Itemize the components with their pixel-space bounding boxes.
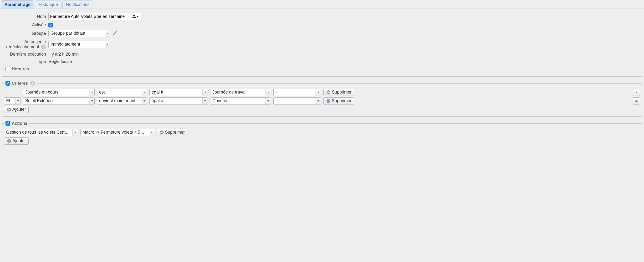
critere-col4-value: Couché xyxy=(210,98,266,104)
groupe-select[interactable]: Groupe par défaut xyxy=(48,30,110,37)
criteres-checkbox[interactable]: ✓ xyxy=(6,81,10,86)
person-icon xyxy=(132,14,136,19)
move-up-button[interactable] xyxy=(633,97,640,105)
chevron-down-icon xyxy=(204,92,206,93)
critere-col1-select[interactable]: Journée en cours xyxy=(23,89,94,96)
supprimer-button[interactable]: Supprimer xyxy=(324,89,354,96)
critere-op-select[interactable]: Et xyxy=(4,97,21,105)
action-macro-value: Macro -> Fermeture volets + 55mn xyxy=(80,129,149,136)
chevron-down-icon xyxy=(74,132,76,133)
actions-checkbox[interactable]: ✓ xyxy=(6,121,10,126)
supprimer-label: Supprimer xyxy=(332,90,352,95)
critere-col1-select[interactable]: Soleil Extérieur xyxy=(23,97,94,105)
groupe-value: Groupe par défaut xyxy=(48,30,105,37)
critere-op-value: Et xyxy=(4,98,15,104)
svg-marker-5 xyxy=(635,100,638,102)
supprimer-label: Supprimer xyxy=(332,98,352,103)
minus-circle-icon xyxy=(159,130,164,135)
tab-parametrage[interactable]: Paramétrage xyxy=(1,1,34,9)
tab-notifications-label: Notifications xyxy=(66,2,90,7)
autoriser-value: Immédiatement xyxy=(48,41,105,48)
help-icon[interactable]: ? xyxy=(30,81,35,86)
critere-col3-value: égal à xyxy=(150,89,202,96)
chevron-down-icon xyxy=(267,92,270,93)
svg-marker-2 xyxy=(635,92,638,93)
nom-input[interactable] xyxy=(48,13,141,20)
svg-rect-10 xyxy=(160,132,163,133)
tab-parametrage-label: Paramétrage xyxy=(4,2,30,7)
autoriser-label-line2: redéclenchement xyxy=(6,44,39,49)
move-down-button[interactable] xyxy=(633,89,640,96)
action-target-select[interactable]: Gestion de tous les volets Centralis xyxy=(4,129,78,136)
derniere-exec-label: Dernière exécution xyxy=(2,52,48,57)
critere-col2-select[interactable]: est xyxy=(97,89,147,96)
chevron-down-icon xyxy=(91,100,93,102)
groupe-label: Groupe xyxy=(2,31,48,36)
pencil-icon xyxy=(113,31,118,35)
svg-rect-1 xyxy=(327,92,330,93)
horaires-checkbox[interactable] xyxy=(6,67,10,71)
supprimer-action-button[interactable]: Supprimer xyxy=(156,129,187,136)
chevron-down-icon xyxy=(317,92,320,93)
supprimer-label: Supprimer xyxy=(165,130,185,135)
criteres-title: Critères xyxy=(12,81,28,86)
chevron-down-icon xyxy=(106,44,109,45)
critere-col1-value: Journée en cours xyxy=(23,89,89,96)
help-icon[interactable]: ? xyxy=(41,45,46,49)
chevron-down-icon xyxy=(106,33,109,34)
chevron-down-icon xyxy=(143,92,146,93)
critere-col3-select[interactable]: égal à xyxy=(150,97,208,105)
actions-title: Actions xyxy=(12,121,28,126)
chevron-down-icon xyxy=(150,132,153,133)
critere-col2-value: devient maintenant xyxy=(97,98,142,104)
triangle-up-icon xyxy=(635,99,638,103)
horaires-legend: Horaires xyxy=(4,67,30,72)
user-picker-button[interactable] xyxy=(130,14,140,19)
tab-historique[interactable]: Historique xyxy=(35,1,62,9)
autoriser-select[interactable]: Immédiatement xyxy=(48,41,110,48)
ajouter-label: Ajouter xyxy=(12,107,26,112)
plus-circle-icon xyxy=(7,139,12,143)
critere-col5-value: - xyxy=(274,89,316,96)
critere-col5-select[interactable]: - xyxy=(274,89,321,96)
chevron-down-icon xyxy=(143,100,146,102)
chevron-down-icon xyxy=(267,100,270,102)
critere-col4-select[interactable]: Couché xyxy=(210,97,271,105)
critere-col5-value: - xyxy=(274,98,316,104)
svg-rect-4 xyxy=(327,100,330,101)
critere-col3-value: égal à xyxy=(150,98,202,104)
type-label: Type xyxy=(2,59,48,64)
critere-col2-select[interactable]: devient maintenant xyxy=(97,97,147,105)
autoriser-label: Autoriser le redéclenchement ? xyxy=(2,39,48,49)
chevron-down-icon xyxy=(136,16,139,17)
critere-row: Et Soleil Extérieur devient maintenant é… xyxy=(4,97,640,105)
svg-rect-8 xyxy=(8,109,10,110)
edit-groupe-button[interactable] xyxy=(112,30,118,37)
critere-col4-select[interactable]: Journée de travail xyxy=(210,89,271,96)
criteres-legend: ✓ Critères ? xyxy=(4,81,36,86)
criteres-section: ✓ Critères ? Journée en cours est égal à… xyxy=(2,81,642,117)
horaires-section: Horaires xyxy=(2,67,642,77)
tab-notifications[interactable]: Notifications xyxy=(62,1,93,9)
actions-legend: ✓ Actions xyxy=(4,121,29,126)
critere-col4-value: Journée de travail xyxy=(210,89,266,96)
action-macro-select[interactable]: Macro -> Fermeture volets + 55mn xyxy=(80,129,154,136)
critere-col2-value: est xyxy=(97,89,142,96)
critere-col3-select[interactable]: égal à xyxy=(150,89,208,96)
nom-label: Nom xyxy=(2,14,48,19)
chevron-down-icon xyxy=(204,100,206,102)
minus-circle-icon xyxy=(326,99,331,103)
triangle-down-icon xyxy=(635,91,638,94)
chevron-down-icon xyxy=(91,92,93,93)
action-target-value: Gestion de tous les volets Centralis xyxy=(4,129,72,136)
tab-historique-label: Historique xyxy=(38,2,58,7)
supprimer-button[interactable]: Supprimer xyxy=(324,97,354,105)
activee-checkbox[interactable]: ✓ xyxy=(48,23,53,28)
critere-col5-select[interactable]: - xyxy=(274,97,321,105)
actions-section: ✓ Actions Gestion de tous les volets Cen… xyxy=(2,121,642,148)
critere-col1-value: Soleil Extérieur xyxy=(23,98,89,104)
ajouter-action-button[interactable]: Ajouter xyxy=(4,137,28,145)
activee-label: Activée xyxy=(2,23,48,28)
horaires-title: Horaires xyxy=(12,67,29,72)
ajouter-critere-button[interactable]: Ajouter xyxy=(4,106,28,113)
